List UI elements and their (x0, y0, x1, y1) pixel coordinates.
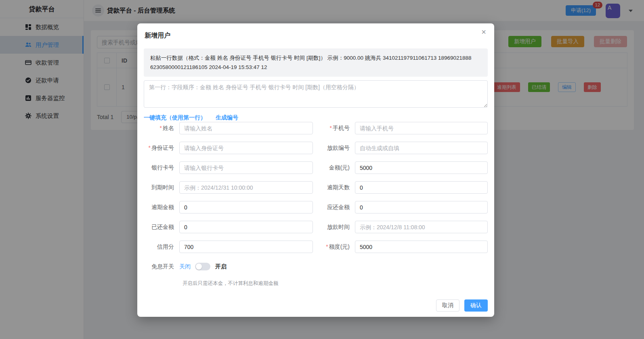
field-label-name: *姓名 (137, 122, 174, 134)
quota-input[interactable] (355, 241, 488, 253)
confirm-button[interactable]: 确认 (464, 299, 488, 312)
toggle-off-label[interactable]: 关闭 (179, 260, 191, 273)
repaid-amount-input[interactable] (179, 221, 313, 233)
bank-card-input[interactable] (179, 161, 313, 174)
field-label-loan-time: 放款时间 (313, 221, 350, 233)
modal-title: 新增用户 (145, 31, 170, 40)
screen: 贷款平台 数据概览 用户管理 收款管理 还款申请 (0, 0, 644, 339)
field-label-loan-number: 放款编号 (313, 142, 350, 154)
field-label-interest-free: 免息开关 (137, 260, 174, 273)
field-label-repaid-amount: 已还金额 (137, 221, 174, 233)
amount-input[interactable] (355, 161, 488, 174)
field-label-overdue-days: 逾期天数 (313, 181, 350, 194)
payable-amount-input[interactable] (355, 201, 488, 213)
due-time-input[interactable] (179, 181, 313, 194)
field-label-quota: *额度(元) (313, 241, 350, 253)
name-input[interactable] (179, 122, 313, 134)
field-label-bank-card: 银行卡号 (137, 161, 174, 174)
quick-links: 一键填充（使用第一行） 生成编号 (144, 114, 238, 121)
phone-input[interactable] (355, 122, 488, 134)
field-label-overdue-amount: 逾期金额 (137, 201, 174, 213)
cancel-button[interactable]: 取消 (436, 299, 459, 312)
interest-free-switch[interactable] (195, 263, 210, 270)
field-label-id-number: *身份证号 (137, 142, 174, 154)
interest-free-hint: 开启后只需还本金，不计算利息和逾期金额 (183, 280, 494, 287)
field-label-phone: *手机号 (313, 122, 350, 134)
loan-number-input[interactable] (355, 142, 488, 154)
field-label-due-time: 到期时间 (137, 181, 174, 194)
paste-format-info: 粘贴一行数据（格式：金额 姓名 身份证号 手机号 银行卡号 时间 [期数]） 示… (144, 48, 488, 77)
add-user-modal: 新增用户 × 粘贴一行数据（格式：金额 姓名 身份证号 手机号 银行卡号 时间 … (137, 23, 494, 317)
field-label-payable-amount: 应还金额 (313, 201, 350, 213)
overdue-days-input[interactable] (355, 181, 488, 194)
interest-free-row: 免息开关 关闭 开启 (137, 260, 494, 273)
paste-textarea[interactable] (144, 80, 488, 108)
field-label-amount: 金额(元) (313, 161, 350, 174)
credit-score-input[interactable] (179, 241, 313, 253)
toggle-on-label[interactable]: 开启 (215, 260, 227, 273)
add-user-form: *姓名 *手机号 *身份证号 放款编号 (137, 122, 494, 287)
switch-knob (196, 264, 202, 270)
overdue-amount-input[interactable] (179, 201, 313, 213)
close-icon[interactable]: × (479, 27, 489, 37)
one-click-fill-link[interactable]: 一键填充（使用第一行） (144, 114, 206, 121)
loan-time-input[interactable] (355, 221, 488, 233)
generate-number-link[interactable]: 生成编号 (216, 114, 238, 121)
field-label-credit-score: 信用分 (137, 241, 174, 253)
id-number-input[interactable] (179, 142, 313, 154)
